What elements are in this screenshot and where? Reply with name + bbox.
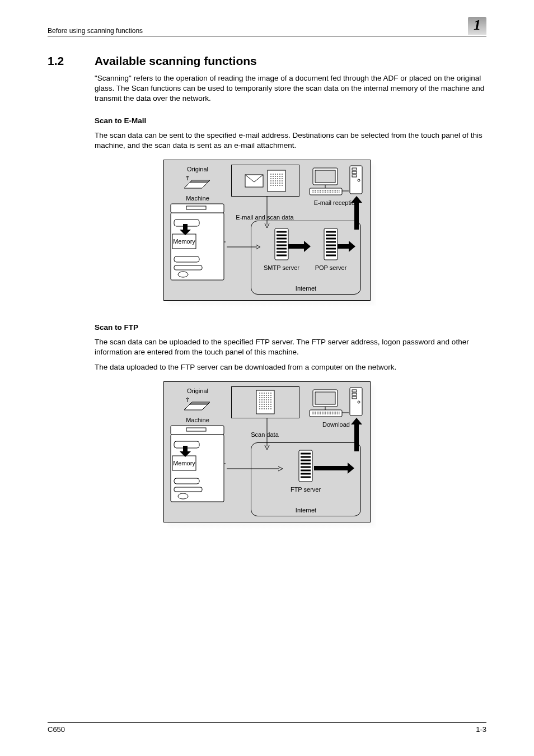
ftp-server-label: FTP server	[291, 486, 321, 493]
internet-label: Internet	[251, 507, 360, 514]
arrow-down-icon	[180, 446, 191, 457]
envelope-icon	[245, 174, 264, 188]
document-stack-icon	[183, 396, 212, 412]
scan-data-icon	[256, 390, 275, 414]
svg-rect-2	[186, 206, 206, 209]
svg-rect-4	[174, 256, 199, 262]
section-heading: 1.2 Available scanning functions	[48, 54, 486, 68]
ftp-heading: Scan to FTP	[95, 323, 486, 332]
svg-point-52	[178, 493, 188, 499]
svg-point-6	[178, 272, 188, 277]
email-body: The scan data can be sent to the specifi…	[95, 130, 486, 151]
client-computer-icon	[308, 386, 364, 419]
svg-rect-69	[315, 392, 335, 404]
server-icon	[273, 227, 290, 262]
svg-rect-54	[256, 390, 274, 414]
machine-label: Machine	[186, 417, 209, 423]
svg-rect-5	[174, 265, 202, 270]
svg-rect-71	[310, 410, 342, 417]
arrow-right-thin-icon	[227, 244, 260, 250]
email-heading: Scan to E-Mail	[95, 116, 486, 125]
arrow-down-icon	[180, 224, 191, 235]
mfp-machine-icon: Memory	[170, 203, 226, 284]
original-label: Original	[187, 388, 208, 394]
svg-point-20	[358, 179, 360, 181]
email-data-caption: E-mail and scan data	[231, 214, 298, 221]
server-icon	[322, 227, 339, 262]
client-computer-icon	[308, 165, 364, 197]
machine-label: Machine	[186, 195, 209, 202]
svg-rect-19	[352, 175, 357, 177]
arrow-right-thick-icon	[314, 463, 354, 474]
section-intro: "Scanning" refers to the operation of re…	[95, 73, 486, 104]
ftp-diagram: Original Machine	[48, 381, 486, 522]
section-title: Available scanning functions	[95, 54, 257, 68]
download-label: Download	[322, 421, 350, 428]
svg-rect-48	[186, 428, 206, 431]
breadcrumb: Before using scanning functions	[48, 27, 143, 35]
internet-label: Internet	[251, 285, 360, 292]
svg-point-67	[358, 401, 360, 403]
svg-rect-50	[174, 478, 199, 484]
mfp-machine-icon: Memory	[170, 424, 226, 506]
server-icon	[297, 449, 314, 484]
svg-rect-22	[315, 170, 335, 183]
arrow-right-thick-icon	[338, 241, 355, 252]
original-label: Original	[187, 166, 208, 172]
smtp-label: SMTP server	[264, 264, 299, 271]
arrow-right-thick-icon	[288, 241, 311, 252]
svg-rect-18	[352, 171, 357, 174]
scan-data-box	[231, 386, 299, 418]
arrow-right-thin-icon	[227, 466, 283, 472]
svg-rect-24	[310, 188, 342, 195]
svg-rect-51	[174, 487, 202, 492]
scan-data-icon	[267, 170, 286, 192]
email-data-box	[231, 165, 299, 197]
email-diagram: Original Machine	[48, 160, 486, 301]
svg-rect-17	[352, 168, 357, 170]
svg-rect-66	[352, 396, 357, 399]
svg-rect-9	[268, 170, 285, 192]
pop-label: POP server	[315, 264, 347, 271]
svg-rect-65	[352, 393, 357, 395]
memory-label: Memory	[173, 460, 195, 466]
memory-label: Memory	[173, 238, 195, 245]
section-number: 1.2	[48, 54, 95, 68]
document-stack-icon	[183, 175, 212, 190]
ftp-body2: The data uploaded to the FTP server can …	[95, 362, 486, 372]
page-header: Before using scanning functions 1	[48, 17, 486, 36]
chapter-badge: 1	[468, 17, 486, 35]
ftp-body1: The scan data can be uploaded to the spe…	[95, 337, 486, 357]
svg-rect-64	[352, 390, 357, 392]
